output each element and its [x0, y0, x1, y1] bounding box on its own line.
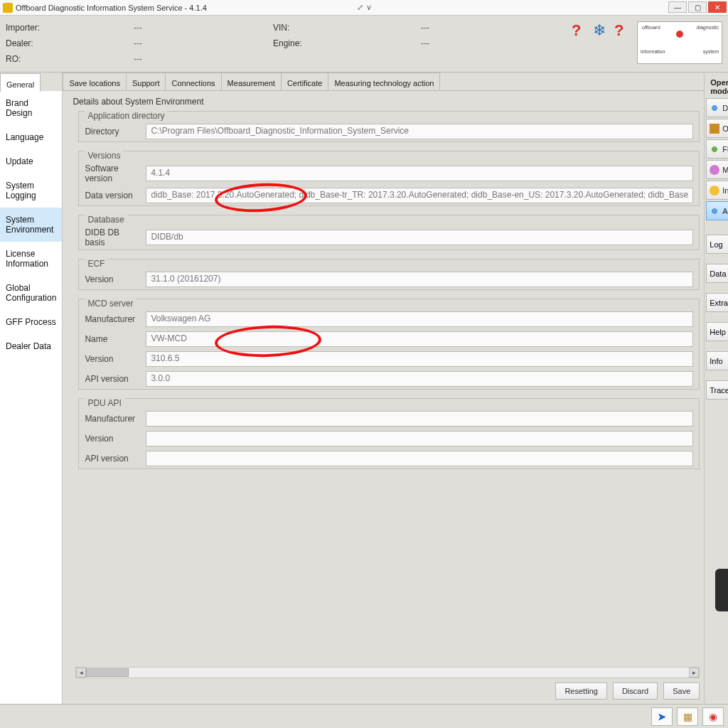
dropdown-data-label: Data: [710, 269, 726, 278]
sidebar-item-system-environment[interactable]: System Environment: [0, 208, 62, 242]
admin-icon: [710, 206, 719, 216]
pdu-manufacturer-label: Manufacturer: [85, 414, 141, 424]
mode-flash-label: Flash: [722, 145, 728, 154]
side-pull-tab[interactable]: [715, 569, 728, 611]
scroll-right-icon[interactable]: ▸: [689, 668, 699, 678]
tab-bar: Save locations Support Connections Measu…: [63, 73, 704, 91]
info-icon: [710, 186, 719, 196]
dropdown-extras-label: Extras: [710, 299, 728, 307]
sidebar-item-global-configuration[interactable]: Global Configuration: [0, 276, 62, 310]
sidebar-item-system-logging[interactable]: System Logging: [0, 173, 62, 208]
expand-icon[interactable]: ⤢: [357, 3, 363, 12]
dropdown-log[interactable]: Log: [706, 235, 728, 254]
pdu-version-field: [146, 431, 693, 446]
close-button[interactable]: ✕: [708, 1, 727, 13]
stop-button[interactable]: ◉: [702, 707, 724, 726]
importer-value: ---: [134, 23, 273, 33]
pdu-api-label: API version: [85, 454, 141, 464]
help-red-icon[interactable]: ?: [572, 21, 587, 37]
forward-button[interactable]: ➤: [651, 707, 673, 726]
tab-save-locations[interactable]: Save locations: [63, 73, 127, 90]
tab-general[interactable]: General: [0, 73, 41, 92]
legend-mcd: MCD server: [85, 299, 136, 309]
dropdown-data[interactable]: Data: [706, 264, 728, 283]
mode-flash[interactable]: Flash: [706, 139, 728, 159]
sidebar-item-dealer-data[interactable]: Dealer Data: [0, 334, 62, 358]
dropdown-log-label: Log: [710, 240, 722, 249]
measurement-icon: [710, 165, 719, 175]
mode-measurement[interactable]: Measurement: [706, 160, 728, 179]
tab-measuring-tech[interactable]: Measuring technology action: [328, 73, 440, 90]
dealer-value: ---: [134, 38, 273, 48]
mode-diagnosis[interactable]: Diagnosis: [706, 98, 728, 117]
horizontal-scrollbar[interactable]: ◂ ▸: [75, 667, 700, 678]
window-title: Offboard Diagnostic Information System S…: [16, 4, 207, 12]
dropdown-extras[interactable]: Extras: [706, 293, 728, 312]
action-buttons: Resetting Discard Save: [63, 681, 704, 704]
sidebar-item-language[interactable]: Language: [0, 125, 62, 149]
mcd-api-field: 3.0.0: [146, 371, 693, 387]
directory-field: C:\Program Files\Offboard_Diagnostic_Inf…: [146, 124, 693, 139]
mode-obd[interactable]: OBD: [706, 119, 728, 138]
pdu-manufacturer-field: [146, 411, 693, 427]
pdu-api-field: [146, 451, 693, 466]
ecf-version-label: Version: [85, 274, 141, 284]
dealer-label: Dealer:: [6, 38, 134, 48]
vin-label: VIN:: [273, 23, 421, 33]
mode-info[interactable]: Info: [706, 181, 728, 200]
titlebar-center-controls: ⤢ ∨: [357, 3, 372, 12]
ro-value: ---: [134, 54, 273, 64]
help-red2-icon[interactable]: ?: [614, 21, 630, 37]
sidebar-item-update[interactable]: Update: [0, 149, 62, 173]
directory-label: Directory: [85, 127, 141, 136]
tab-certificate[interactable]: Certificate: [281, 73, 329, 90]
software-version-field: 4.1.4: [146, 166, 693, 181]
discard-button[interactable]: Discard: [613, 682, 658, 700]
group-application-directory: Application directory Directory C:\Progr…: [78, 111, 700, 142]
mcd-manufacturer-label: Manufacturer: [85, 314, 141, 324]
data-version-field: didb_Base: 2017.3.20.AutoGenerated; didb…: [146, 188, 693, 203]
chevron-down-icon[interactable]: ∨: [366, 3, 372, 12]
ecf-version-field: 31.1.0 (20161207): [146, 272, 693, 287]
grid-button[interactable]: ▦: [677, 707, 698, 726]
tab-connections[interactable]: Connections: [165, 73, 221, 90]
info-blue-icon[interactable]: ❄: [593, 21, 609, 37]
tab-support[interactable]: Support: [126, 73, 166, 90]
data-version-label: Data version: [85, 191, 141, 200]
sidebar-item-gff-process[interactable]: GFF Process: [0, 310, 62, 334]
dropdown-trace[interactable]: Trace: [706, 380, 728, 400]
mode-info-label: Info: [722, 186, 728, 195]
dropdown-info-label: Info: [710, 357, 722, 365]
tab-measurement[interactable]: Measurement: [221, 73, 282, 90]
mcd-version-label: Version: [85, 354, 141, 364]
save-button[interactable]: Save: [663, 682, 700, 700]
brand-logo: information system offboard diagnostic: [637, 21, 722, 64]
resetting-button[interactable]: Resetting: [555, 682, 606, 700]
maximize-button[interactable]: ▢: [688, 1, 707, 13]
operating-modes-title: Operating modes: [710, 78, 728, 95]
dropdown-help[interactable]: Help: [706, 322, 728, 341]
engine-label: Engine:: [273, 38, 421, 48]
pdu-version-label: Version: [85, 434, 141, 444]
mcd-version-field: 310.6.5: [146, 351, 693, 367]
mcd-name-label: Name: [85, 334, 141, 344]
group-database: Database DIDB DB basis DIDB/db: [78, 215, 700, 250]
mcd-api-label: API version: [85, 374, 141, 384]
group-ecf: ECF Version 31.1.0 (20161207): [78, 259, 700, 290]
scroll-thumb[interactable]: [86, 668, 129, 677]
legend-appdir: Application directory: [85, 111, 167, 121]
dropdown-info[interactable]: Info: [706, 351, 728, 370]
header: Importer: Dealer: RO: --- --- --- VIN: E…: [0, 16, 728, 73]
group-versions: Versions Software version 4.1.4 Data ver…: [78, 151, 700, 206]
sidebar: General Brand Design Language Update Sys…: [0, 73, 63, 704]
legend-ecf: ECF: [85, 259, 107, 269]
app-icon: [3, 3, 13, 13]
mode-admin[interactable]: Admin: [706, 201, 728, 220]
minimize-button[interactable]: —: [668, 1, 687, 13]
sidebar-item-brand-design[interactable]: Brand Design: [0, 91, 62, 125]
diagnosis-icon: [710, 103, 719, 113]
mode-obd-label: OBD: [722, 124, 728, 133]
scroll-left-icon[interactable]: ◂: [76, 668, 86, 678]
flash-icon: [710, 144, 719, 154]
sidebar-item-license-information[interactable]: License Information: [0, 242, 62, 276]
